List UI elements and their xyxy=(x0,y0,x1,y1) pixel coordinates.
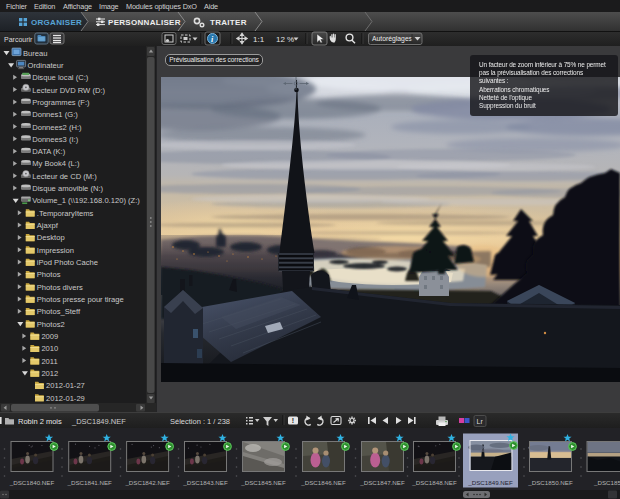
svg-text:12 %: 12 % xyxy=(276,35,294,44)
svg-text:Lecteur de CD (M:): Lecteur de CD (M:) xyxy=(32,172,97,181)
svg-text:.TemporaryItems: .TemporaryItems xyxy=(37,209,94,218)
svg-text:ORGANISER: ORGANISER xyxy=(31,18,82,27)
svg-text:Bureau: Bureau xyxy=(23,49,48,58)
svg-text:DATA (K:): DATA (K:) xyxy=(32,147,66,156)
svg-text:My Book4 (L:): My Book4 (L:) xyxy=(32,159,80,168)
svg-text:PERSONNALISER: PERSONNALISER xyxy=(108,18,181,27)
svg-text:Photos presse pour tirage: Photos presse pour tirage xyxy=(37,295,124,304)
svg-text:_DSC1842.NEF: _DSC1842.NEF xyxy=(124,479,170,486)
svg-text:Photos divers: Photos divers xyxy=(37,283,83,292)
svg-text:iPod Photo Cache: iPod Photo Cache xyxy=(37,258,98,267)
svg-text:Ajaxpf: Ajaxpf xyxy=(37,221,59,230)
svg-text:Impression: Impression xyxy=(37,246,74,255)
svg-text:2011: 2011 xyxy=(41,357,57,366)
svg-text:Photos_Steff: Photos_Steff xyxy=(37,307,81,316)
svg-text:Lecteur DVD RW (D:): Lecteur DVD RW (D:) xyxy=(32,86,105,95)
svg-text:!: ! xyxy=(292,417,294,424)
svg-text:2012-01-29: 2012-01-29 xyxy=(46,394,85,403)
svg-text:_DSC1840.NEF: _DSC1840.NEF xyxy=(9,479,55,486)
svg-text:TRAITER: TRAITER xyxy=(210,18,247,27)
svg-text:Disque local (C:): Disque local (C:) xyxy=(32,73,89,82)
svg-text:2012-01-27: 2012-01-27 xyxy=(46,381,85,390)
svg-text:_DSC1850.NEF: _DSC1850.NEF xyxy=(527,479,573,486)
svg-text:Programmes (F:): Programmes (F:) xyxy=(32,98,90,107)
svg-text:_DSC1845.NEF: _DSC1845.NEF xyxy=(240,479,286,486)
svg-text:_DSC1849.NEF: _DSC1849.NEF xyxy=(467,479,513,486)
svg-text:_DSC1841.NEF: _DSC1841.NEF xyxy=(67,479,113,486)
svg-text:Desktop: Desktop xyxy=(37,233,65,242)
svg-text:Lr: Lr xyxy=(477,418,484,425)
svg-text:Sélection : 1 / 238: Sélection : 1 / 238 xyxy=(170,417,230,426)
svg-text:Donnees3 (I:): Donnees3 (I:) xyxy=(32,135,78,144)
svg-text:Photos2: Photos2 xyxy=(37,320,65,329)
svg-text:_DSC1847.NEF: _DSC1847.NEF xyxy=(359,479,405,486)
svg-text:_DSC1843.NEF: _DSC1843.NEF xyxy=(182,479,228,486)
svg-text:1:1: 1:1 xyxy=(253,35,265,44)
svg-text:Photos: Photos xyxy=(37,270,61,279)
svg-text:_DSC1849.NEF: _DSC1849.NEF xyxy=(71,417,126,426)
svg-text:2012: 2012 xyxy=(41,369,58,378)
svg-text:Disque amovible (N:): Disque amovible (N:) xyxy=(32,184,103,193)
svg-text:_DSC1848.NEF: _DSC1848.NEF xyxy=(411,479,457,486)
svg-text:2009: 2009 xyxy=(41,332,58,341)
svg-text:_DSC1846.NEF: _DSC1846.NEF xyxy=(300,479,346,486)
svg-text:Volume_1 (\\192.168.0.120) (Z:: Volume_1 (\\192.168.0.120) (Z:) xyxy=(32,196,140,205)
svg-text:Autoréglages: Autoréglages xyxy=(372,35,413,43)
svg-text:Donnes1 (G:): Donnes1 (G:) xyxy=(32,110,78,119)
svg-text:Parcourir: Parcourir xyxy=(4,36,33,43)
svg-text:Robin 2 mois: Robin 2 mois xyxy=(18,417,62,426)
svg-text:_DSC1851.N: _DSC1851.N xyxy=(593,479,620,486)
svg-text:Donnees2 (H:): Donnees2 (H:) xyxy=(32,123,82,132)
svg-text:Ordinateur: Ordinateur xyxy=(28,61,64,70)
svg-text:2010: 2010 xyxy=(41,344,58,353)
